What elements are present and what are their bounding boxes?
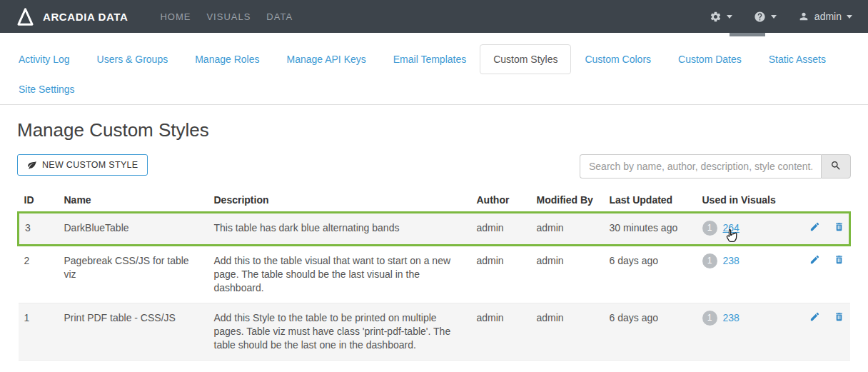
top-navbar: ARCADIA DATA HOME VISUALS DATA admin — [0, 0, 868, 33]
table-row: 2 Pagebreak CSS/JS for table viz Add thi… — [19, 246, 850, 303]
tab-activity-log[interactable]: Activity Log — [5, 44, 84, 74]
used-in-visuals-link[interactable]: 238 — [723, 255, 740, 266]
cell-last-updated: 6 days ago — [604, 246, 697, 303]
col-header-used-in-visuals: Used in Visuals — [697, 188, 792, 213]
cell-id: 2 — [19, 246, 59, 303]
table-header-row: ID Name Description Author Modified By L… — [19, 188, 850, 213]
chevron-down-icon — [771, 15, 777, 19]
cell-description: Add this Style to the table to be printe… — [208, 303, 471, 361]
cell-modified-by: admin — [531, 303, 604, 361]
tab-static-assets[interactable]: Static Assets — [755, 44, 839, 74]
tab-manage-roles[interactable]: Manage Roles — [181, 44, 273, 74]
cell-actions — [792, 246, 850, 303]
primary-nav: HOME VISUALS DATA — [152, 1, 301, 32]
col-header-author: Author — [471, 188, 531, 213]
search-button[interactable] — [821, 154, 851, 179]
col-header-modified-by: Modified By — [531, 188, 604, 213]
cell-name: Pagebreak CSS/JS for table viz — [59, 246, 208, 303]
tab-users-groups[interactable]: Users & Groups — [84, 44, 182, 74]
user-menu[interactable]: admin — [798, 11, 852, 22]
used-in-visuals-link[interactable]: 238 — [723, 312, 740, 323]
tab-custom-colors[interactable]: Custom Colors — [571, 44, 665, 74]
search-icon — [830, 160, 842, 174]
cell-modified-by: admin — [531, 246, 604, 303]
admin-tabs: Activity Log Users & Groups Manage Roles… — [0, 33, 868, 105]
cell-used-in-visuals: 1238 — [697, 303, 792, 361]
cell-description: This table has dark blue alternating ban… — [208, 213, 471, 246]
user-name: admin — [814, 11, 842, 22]
nav-item-home[interactable]: HOME — [152, 1, 198, 32]
search-input[interactable] — [580, 154, 821, 179]
gear-icon — [710, 11, 722, 23]
custom-styles-table: ID Name Description Author Modified By L… — [17, 188, 851, 361]
chevron-down-icon — [847, 15, 852, 19]
cell-id: 1 — [19, 303, 59, 361]
cell-used-in-visuals: 1238 — [697, 246, 792, 303]
used-in-visuals-link[interactable]: 264 — [723, 222, 740, 233]
tab-manage-api-keys[interactable]: Manage API Keys — [273, 44, 379, 74]
new-custom-style-button[interactable]: NEW CUSTOM STYLE — [17, 154, 148, 176]
col-header-name: Name — [59, 188, 208, 213]
tab-custom-styles[interactable]: Custom Styles — [480, 44, 571, 74]
visuals-count-badge: 1 — [702, 221, 717, 236]
cell-modified-by: admin — [531, 213, 604, 246]
brand-name: ARCADIA DATA — [43, 11, 128, 23]
cell-actions — [792, 303, 850, 361]
delete-icon[interactable] — [834, 254, 844, 265]
cell-author: admin — [471, 303, 531, 361]
nav-item-data[interactable]: DATA — [258, 1, 301, 32]
user-icon — [798, 11, 809, 22]
col-header-actions — [792, 188, 850, 213]
search-group — [580, 154, 851, 179]
cell-author: admin — [471, 213, 531, 246]
cell-last-updated: 30 minutes ago — [604, 213, 697, 246]
edit-icon[interactable] — [809, 221, 820, 232]
edit-icon[interactable] — [809, 254, 820, 265]
delete-icon[interactable] — [834, 221, 844, 232]
arcadia-logo-icon — [16, 7, 35, 26]
cell-actions — [792, 213, 850, 246]
settings-menu[interactable] — [710, 11, 732, 23]
cell-name: Print PDF table - CSS/JS — [59, 303, 208, 361]
help-icon — [754, 11, 766, 23]
cell-last-updated: 6 days ago — [604, 303, 697, 361]
nav-item-visuals[interactable]: VISUALS — [198, 1, 258, 32]
navbar-right: admin — [710, 11, 852, 23]
table-row: 3 DarkBlueTable This table has dark blue… — [19, 213, 850, 246]
col-header-id: ID — [19, 188, 59, 213]
cell-author: admin — [471, 246, 531, 303]
cell-name: DarkBlueTable — [59, 213, 208, 246]
cell-used-in-visuals: 1264 — [697, 213, 792, 246]
cell-id: 3 — [19, 213, 59, 246]
page-title: Manage Custom Styles — [17, 119, 851, 141]
visuals-count-badge: 1 — [702, 253, 717, 268]
cell-description: Add this to the table visual that want t… — [208, 246, 471, 303]
edit-icon[interactable] — [809, 311, 820, 322]
leaf-icon — [27, 160, 37, 170]
brand[interactable]: ARCADIA DATA — [16, 7, 128, 26]
help-menu[interactable] — [754, 11, 777, 23]
col-header-last-updated: Last Updated — [604, 188, 697, 213]
visuals-count-badge: 1 — [702, 311, 717, 326]
toolbar: NEW CUSTOM STYLE — [0, 154, 868, 179]
table-row: 1 Print PDF table - CSS/JS Add this Styl… — [19, 303, 850, 361]
settings-active-indicator — [730, 33, 765, 36]
delete-icon[interactable] — [834, 311, 844, 322]
tab-site-settings[interactable]: Site Settings — [5, 74, 89, 104]
tab-email-templates[interactable]: Email Templates — [380, 44, 480, 74]
chevron-down-icon — [727, 15, 732, 19]
new-custom-style-label: NEW CUSTOM STYLE — [42, 160, 138, 170]
table-body: 3 DarkBlueTable This table has dark blue… — [19, 213, 850, 361]
col-header-description: Description — [208, 188, 471, 213]
tab-custom-dates[interactable]: Custom Dates — [665, 44, 755, 74]
